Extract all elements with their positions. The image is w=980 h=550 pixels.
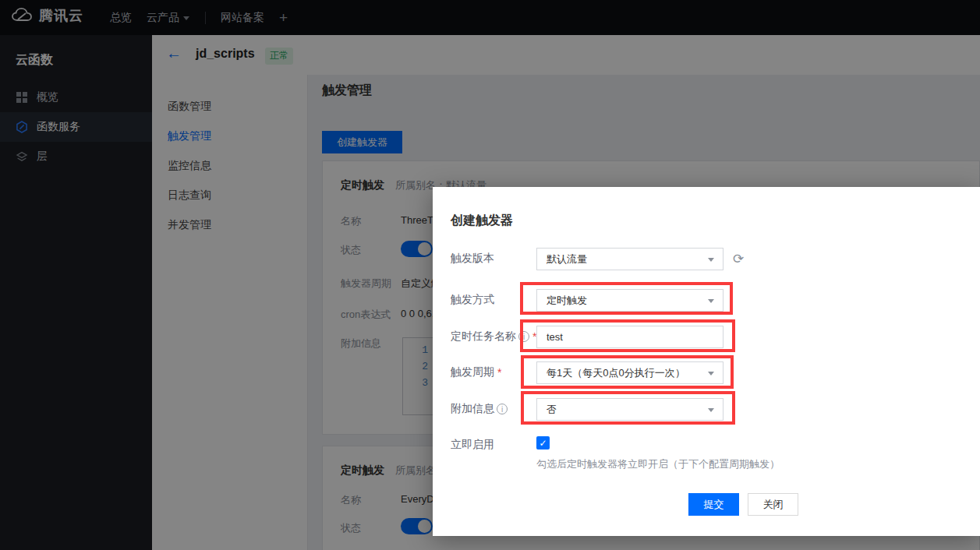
submit-button[interactable]: 提交 <box>688 493 739 516</box>
trigger-cycle-value: 每1天（每天0点0分执行一次） <box>547 366 685 380</box>
caret-down-icon <box>708 258 714 262</box>
enable-now-checkbox[interactable]: ✓ <box>536 436 550 450</box>
info-icon: i <box>497 404 508 414</box>
version-select[interactable]: 默认流量 <box>536 248 724 270</box>
check-icon: ✓ <box>539 438 547 449</box>
task-name-input-wrap <box>536 326 724 348</box>
field-label-cycle: 触发周期* <box>451 365 501 379</box>
enable-helper-text: 勾选后定时触发器将立即开启（于下个配置周期触发） <box>536 457 780 471</box>
version-select-value: 默认流量 <box>547 252 587 266</box>
caret-down-icon <box>708 408 714 412</box>
caret-down-icon <box>708 372 714 375</box>
modal-title: 创建触发器 <box>451 213 513 229</box>
trigger-cycle-select[interactable]: 每1天（每天0点0分执行一次） <box>536 361 724 384</box>
page: 腾讯云 总览 云产品 网站备案 + 云函数 概览 <box>0 0 980 550</box>
field-label-version: 触发版本 <box>451 252 494 266</box>
required-mark: * <box>497 366 501 379</box>
caret-down-icon <box>708 299 714 303</box>
refresh-icon[interactable]: ⟳ <box>733 251 744 267</box>
trigger-method-value: 定时触发 <box>547 294 587 308</box>
info-icon: i <box>518 331 529 342</box>
create-trigger-modal: 创建触发器 触发版本 默认流量 ⟳ 触发方式 定时触发 定时任务名称i* 触发周… <box>433 187 980 536</box>
task-name-input[interactable] <box>547 331 702 343</box>
trigger-method-select[interactable]: 定时触发 <box>536 289 724 312</box>
addinfo-value: 否 <box>547 403 557 417</box>
addinfo-select[interactable]: 否 <box>536 398 724 421</box>
field-label-addinfo: 附加信息i <box>451 402 508 416</box>
field-label-task-name: 定时任务名称i* <box>451 330 536 344</box>
field-label-enable: 立即启用 <box>451 438 494 452</box>
close-button[interactable]: 关闭 <box>748 493 798 516</box>
field-label-method: 触发方式 <box>451 293 494 307</box>
